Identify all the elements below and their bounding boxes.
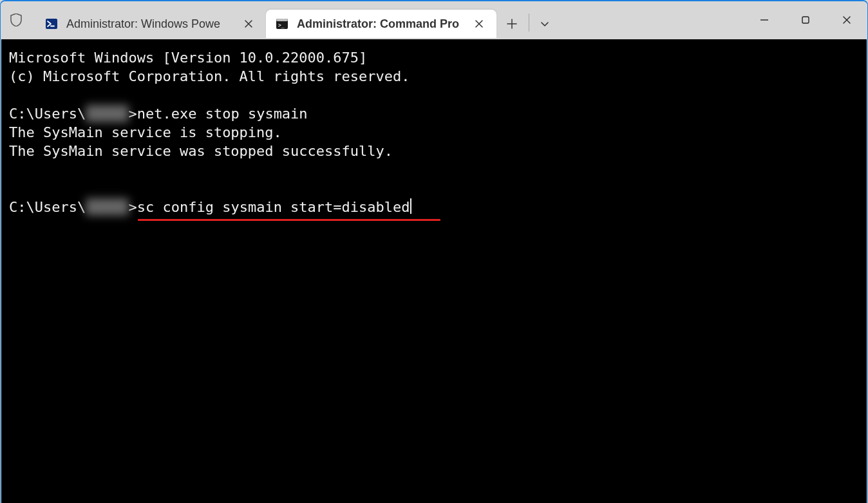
uac-shield-icon [6,1,26,38]
prompt-gt: > [128,106,137,122]
maximize-icon [801,15,810,24]
window-controls [744,1,867,38]
maximize-button[interactable] [785,1,826,38]
output-1-line-2: The SysMain service was stopped successf… [9,143,393,159]
highlight-underline [138,219,440,221]
new-tab-dropdown[interactable] [531,10,559,38]
cmd-1: net.exe stop sysmain [137,106,308,122]
minimize-button[interactable] [744,1,785,38]
tab-strip: Administrator: Windows Powe >_ Administr… [35,1,559,38]
titlebar[interactable]: Administrator: Windows Powe >_ Administr… [1,1,867,38]
prompt-prefix: C:\Users\ [9,199,86,215]
close-icon [842,15,851,24]
tab-label: Administrator: Windows Powe [66,17,240,31]
terminal-output[interactable]: Microsoft Windows [Version 10.0.22000.67… [1,39,867,503]
prompt-gt: > [128,199,137,215]
banner-line-1: Microsoft Windows [Version 10.0.22000.67… [9,50,367,66]
output-1-line-1: The SysMain service is stopping. [9,124,282,140]
plus-icon [507,19,517,29]
prompt-prefix: C:\Users\ [9,106,86,122]
svg-rect-4 [802,17,809,23]
tab-close-button[interactable] [471,15,487,32]
svg-text:>_: >_ [278,23,285,28]
prompt-user-masked: █████ [86,198,128,216]
new-tab-button[interactable] [496,10,527,38]
cmd-icon: >_ [275,17,289,31]
banner-line-2: (c) Microsoft Corporation. All rights re… [9,68,410,84]
close-window-button[interactable] [826,1,867,38]
tab-divider [529,14,529,32]
close-icon [245,20,252,28]
cmd-2: sc config sysmain start=disabled [137,199,410,215]
tab-powershell[interactable]: Administrator: Windows Powe [35,10,266,38]
prompt-user-masked: █████ [86,104,128,123]
tab-cmd[interactable]: >_ Administrator: Command Pro [266,10,496,38]
svg-rect-2 [276,19,288,21]
tab-label: Administrator: Command Pro [297,17,471,31]
minimize-icon [760,15,769,24]
chevron-down-icon [540,19,549,28]
terminal-window: Administrator: Windows Powe >_ Administr… [0,0,868,503]
powershell-icon [44,17,59,31]
text-cursor [410,198,411,214]
tab-close-button[interactable] [240,15,257,32]
close-icon [475,20,483,28]
svg-rect-0 [46,19,57,29]
